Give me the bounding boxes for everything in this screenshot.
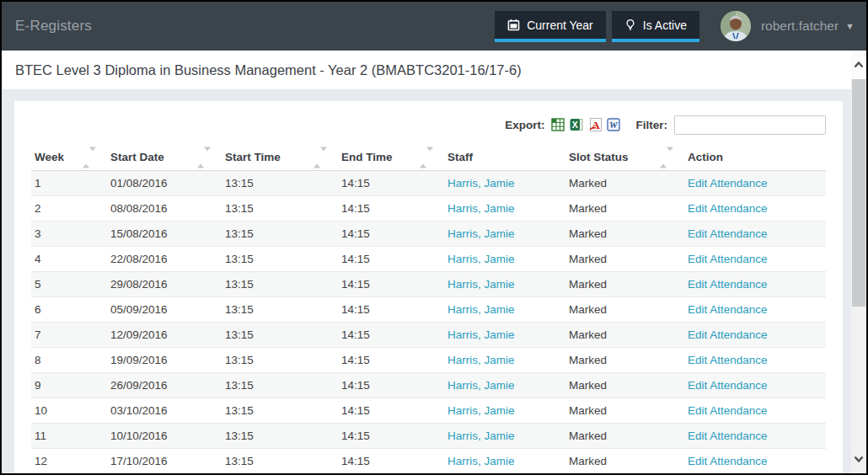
table-row: 9 26/09/2016 13:15 14:15 Harris, Jamie M… — [31, 373, 826, 398]
sort-icon — [197, 152, 211, 164]
table-row: 6 05/09/2016 13:15 14:15 Harris, Jamie M… — [31, 297, 826, 323]
chevron-down-icon[interactable]: ▼ — [845, 21, 855, 31]
cell-week: 5 — [31, 272, 107, 297]
table-row: 1 01/08/2016 13:15 14:15 Harris, Jamie M… — [31, 171, 826, 196]
column-header-staff: Staff — [444, 145, 565, 171]
staff-link[interactable]: Harris, Jamie — [447, 328, 515, 341]
column-header-end-time[interactable]: End Time — [338, 145, 444, 171]
edit-attendance-link[interactable]: Edit Attendance — [688, 455, 768, 467]
cell-start-date: 01/08/2016 — [107, 171, 222, 196]
table-header-row: Week Start Date Start Time End Time — [31, 145, 826, 171]
cell-slot-status: Marked — [565, 171, 684, 196]
cell-week: 8 — [31, 348, 107, 373]
page-title: BTEC Level 3 Diploma in Business Managem… — [15, 62, 522, 78]
export-xml-icon[interactable] — [551, 118, 565, 131]
staff-link[interactable]: Harris, Jamie — [447, 354, 515, 366]
cell-end-time: 14:15 — [338, 297, 444, 323]
staff-link[interactable]: Harris, Jamie — [447, 177, 515, 189]
cell-start-date: 10/10/2016 — [107, 424, 222, 449]
column-header-week[interactable]: Week — [31, 145, 107, 171]
edit-attendance-link[interactable]: Edit Attendance — [688, 303, 768, 316]
username[interactable]: robert.fatcher — [761, 19, 839, 34]
scroll-up-arrow[interactable] — [851, 51, 866, 79]
table-toolbar: Export: — [31, 115, 826, 135]
cell-start-date: 08/08/2016 — [107, 196, 222, 221]
export-label: Export: — [505, 119, 544, 131]
staff-link[interactable]: Harris, Jamie — [447, 253, 515, 265]
page-area: Export: — [2, 89, 851, 473]
vertical-scrollbar[interactable] — [851, 51, 866, 473]
cell-start-time: 13:15 — [222, 171, 338, 196]
cell-start-time: 13:15 — [222, 348, 338, 373]
cell-slot-status: Marked — [565, 196, 684, 221]
scrollbar-thumb[interactable] — [852, 79, 865, 307]
column-header-start-date[interactable]: Start Date — [107, 145, 222, 171]
edit-attendance-link[interactable]: Edit Attendance — [688, 430, 768, 442]
current-year-button[interactable]: Current Year — [495, 11, 606, 42]
user-avatar[interactable] — [721, 11, 751, 41]
register-table: Week Start Date Start Time End Time — [31, 145, 826, 474]
staff-link[interactable]: Harris, Jamie — [447, 303, 515, 316]
edit-attendance-link[interactable]: Edit Attendance — [688, 278, 768, 291]
staff-link[interactable]: Harris, Jamie — [447, 278, 515, 291]
cell-week: 10 — [31, 398, 107, 424]
export-pdf-icon[interactable]: A — [588, 118, 602, 131]
staff-link[interactable]: Harris, Jamie — [447, 455, 515, 467]
table-row: 5 29/08/2016 13:15 14:15 Harris, Jamie M… — [31, 272, 826, 297]
cell-slot-status: Marked — [565, 247, 684, 272]
cell-week: 9 — [31, 373, 107, 398]
is-active-label: Is Active — [643, 19, 687, 32]
sort-icon — [83, 152, 96, 164]
table-row: 7 12/09/2016 13:15 14:15 Harris, Jamie M… — [31, 323, 826, 348]
edit-attendance-link[interactable]: Edit Attendance — [688, 354, 768, 366]
cell-week: 2 — [31, 196, 107, 221]
register-card: Export: — [14, 101, 843, 475]
cell-start-time: 13:15 — [222, 323, 338, 348]
cell-slot-status: Marked — [565, 398, 684, 424]
cell-start-date: 22/08/2016 — [107, 247, 222, 272]
cell-week: 3 — [31, 221, 107, 247]
filter-label: Filter: — [635, 119, 667, 131]
export-word-icon[interactable]: W — [607, 118, 620, 131]
cell-start-date: 19/09/2016 — [107, 348, 222, 373]
cell-start-time: 13:15 — [222, 297, 338, 323]
edit-attendance-link[interactable]: Edit Attendance — [688, 177, 768, 189]
edit-attendance-link[interactable]: Edit Attendance — [688, 404, 768, 417]
cell-start-date: 15/08/2016 — [107, 221, 222, 247]
edit-attendance-link[interactable]: Edit Attendance — [688, 253, 768, 265]
edit-attendance-link[interactable]: Edit Attendance — [688, 202, 768, 215]
export-excel-icon[interactable]: X — [570, 118, 583, 131]
staff-link[interactable]: Harris, Jamie — [447, 202, 515, 215]
cell-start-time: 13:15 — [222, 221, 338, 247]
cell-start-date: 03/10/2016 — [107, 398, 222, 424]
edit-attendance-link[interactable]: Edit Attendance — [688, 379, 768, 392]
filter-input[interactable] — [674, 115, 826, 135]
cell-start-date: 26/09/2016 — [107, 373, 222, 398]
column-header-action: Action — [684, 145, 826, 171]
column-header-slot-status[interactable]: Slot Status — [565, 145, 684, 171]
table-row: 4 22/08/2016 13:15 14:15 Harris, Jamie M… — [31, 247, 826, 272]
cell-end-time: 14:15 — [338, 398, 444, 424]
title-band: BTEC Level 3 Diploma in Business Managem… — [2, 51, 851, 89]
cell-slot-status: Marked — [565, 449, 684, 474]
scroll-down-arrow[interactable] — [851, 445, 866, 473]
cell-end-time: 14:15 — [338, 323, 444, 348]
cell-start-time: 13:15 — [222, 424, 338, 449]
cell-start-date: 12/09/2016 — [107, 323, 222, 348]
staff-link[interactable]: Harris, Jamie — [447, 227, 515, 240]
edit-attendance-link[interactable]: Edit Attendance — [688, 328, 768, 341]
cell-end-time: 14:15 — [338, 247, 444, 272]
cell-start-time: 13:15 — [222, 196, 338, 221]
staff-link[interactable]: Harris, Jamie — [447, 379, 515, 392]
table-row: 3 15/08/2016 13:15 14:15 Harris, Jamie M… — [31, 221, 826, 247]
cell-start-date: 17/10/2016 — [107, 449, 222, 474]
edit-attendance-link[interactable]: Edit Attendance — [688, 227, 768, 240]
staff-link[interactable]: Harris, Jamie — [447, 404, 515, 417]
cell-start-time: 13:15 — [222, 449, 338, 474]
cell-start-time: 13:15 — [222, 373, 338, 398]
column-header-start-time[interactable]: Start Time — [222, 145, 338, 171]
staff-link[interactable]: Harris, Jamie — [447, 430, 515, 442]
app-window: E-Registers Current Year — [0, 0, 868, 475]
is-active-button[interactable]: Is Active — [612, 11, 699, 42]
cell-end-time: 14:15 — [338, 196, 444, 221]
